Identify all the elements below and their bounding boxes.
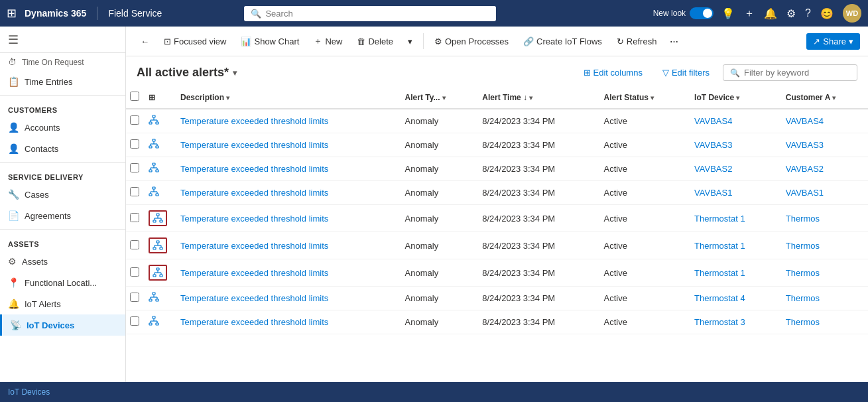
row-alert-time-cell: 8/24/2023 3:34 PM <box>474 232 595 259</box>
dropdown-button[interactable]: ▾ <box>401 33 419 50</box>
open-processes-button[interactable]: ⚙ Open Processes <box>428 33 515 50</box>
avatar[interactable]: WD <box>843 4 861 23</box>
user-icon[interactable]: 😊 <box>820 7 834 20</box>
row-alert-status: Active <box>604 214 627 224</box>
bottom-bar-link[interactable]: IoT Devices <box>8 387 50 397</box>
row-iot-device-link[interactable]: VAVBAS2 <box>694 164 732 174</box>
sidebar-label-agreements: Agreements <box>25 211 71 221</box>
row-customer-link[interactable]: VAVBAS2 <box>786 164 824 174</box>
sidebar-item-iot-devices[interactable]: 📡 IoT Devices <box>0 314 125 336</box>
refresh-button[interactable]: ↻ Refresh <box>610 33 664 50</box>
row-iot-device-link[interactable]: Thermostat 1 <box>694 268 745 278</box>
row-iot-device-link[interactable]: VAVBAS1 <box>694 188 732 198</box>
row-customer-link[interactable]: Thermos <box>786 241 820 251</box>
more-options-button[interactable]: ⋯ <box>664 32 683 50</box>
row-checkbox[interactable] <box>130 240 139 249</box>
sidebar-item-time-on-request[interactable]: ⏱ Time On Request <box>0 53 125 71</box>
row-checkbox[interactable] <box>130 163 139 172</box>
share-button[interactable]: ↗ Share ▾ <box>806 33 860 50</box>
search-input[interactable] <box>265 9 489 19</box>
row-icon-cell <box>146 181 172 205</box>
row-description-link[interactable]: Temperature exceeded threshold limits <box>180 214 328 224</box>
edit-filters-button[interactable]: ▽ Edit filters <box>656 64 716 81</box>
row-checkbox-cell <box>126 287 146 310</box>
row-customer-link[interactable]: VAVBAS3 <box>786 140 824 150</box>
sidebar-item-cases[interactable]: 🔧 Cases <box>0 184 125 205</box>
row-checkbox[interactable] <box>130 139 139 149</box>
sidebar-item-time-entries[interactable]: 📋 Time Entries <box>0 71 125 92</box>
header-customer[interactable]: Customer A ▾ <box>778 86 868 109</box>
row-description-cell: Temperature exceeded threshold limits <box>172 109 397 133</box>
sidebar-item-assets[interactable]: ⚙ Assets <box>0 251 125 272</box>
row-description-link[interactable]: Temperature exceeded threshold limits <box>180 293 328 303</box>
grid-icon[interactable]: ⊞ <box>7 6 17 21</box>
plus-icon[interactable]: ＋ <box>744 7 755 21</box>
row-customer-link[interactable]: VAVBAS1 <box>786 188 824 198</box>
search-bar[interactable]: 🔍 <box>244 6 496 21</box>
row-checkbox[interactable] <box>130 187 139 196</box>
row-description-link[interactable]: Temperature exceeded threshold limits <box>180 268 328 278</box>
header-iot-device[interactable]: IoT Device ▾ <box>686 86 778 109</box>
settings-icon[interactable]: ⚙ <box>786 7 796 20</box>
sidebar-label-iot-devices: IoT Devices <box>27 320 74 330</box>
row-iot-device-link[interactable]: Thermostat 3 <box>694 317 745 327</box>
header-alert-type[interactable]: Alert Ty... ▾ <box>397 86 475 109</box>
list-actions: ⊞ Edit columns ▽ Edit filters 🔍 <box>577 64 858 81</box>
row-icon <box>149 141 159 151</box>
sidebar-item-accounts[interactable]: 👤 Accounts <box>0 117 125 138</box>
row-customer-link[interactable]: Thermos <box>786 268 820 278</box>
row-customer-link[interactable]: Thermos <box>786 214 820 224</box>
row-checkbox[interactable] <box>130 316 139 326</box>
row-checkbox[interactable] <box>130 115 139 125</box>
create-iot-flows-button[interactable]: 🔗 Create IoT Flows <box>517 33 609 50</box>
row-customer-link[interactable]: Thermos <box>786 293 820 303</box>
new-button[interactable]: ＋ New <box>307 32 349 50</box>
delete-button[interactable]: 🗑 Delete <box>350 33 400 50</box>
row-iot-device-link[interactable]: VAVBAS4 <box>694 116 732 126</box>
header-alert-status[interactable]: Alert Status ▾ <box>596 86 687 109</box>
show-chart-button[interactable]: 📊 Show Chart <box>234 33 306 50</box>
hamburger-icon[interactable]: ☰ <box>8 33 19 47</box>
row-checkbox-cell <box>126 157 146 181</box>
row-description-link[interactable]: Temperature exceeded threshold limits <box>180 164 328 174</box>
sidebar-item-iot-alerts[interactable]: 🔔 IoT Alerts <box>0 293 125 314</box>
row-alert-status-cell: Active <box>596 109 687 133</box>
select-all-checkbox[interactable] <box>130 92 139 101</box>
row-alert-time: 8/24/2023 3:34 PM <box>482 188 555 198</box>
row-description-link[interactable]: Temperature exceeded threshold limits <box>180 140 328 150</box>
row-description-link[interactable]: Temperature exceeded threshold limits <box>180 241 328 251</box>
row-customer-link[interactable]: Thermos <box>786 317 820 327</box>
focused-view-button[interactable]: ⊡ Focused view <box>157 33 233 50</box>
bell-icon[interactable]: 🔔 <box>764 7 777 20</box>
list-title-chevron[interactable]: ▾ <box>233 68 237 78</box>
row-checkbox[interactable] <box>130 267 139 277</box>
row-customer-link[interactable]: VAVBAS4 <box>786 116 824 126</box>
row-checkbox[interactable] <box>130 213 139 222</box>
new-look-toggle[interactable] <box>690 7 713 19</box>
edit-filters-label: Edit filters <box>672 68 710 78</box>
row-description-link[interactable]: Temperature exceeded threshold limits <box>180 188 328 198</box>
row-description-link[interactable]: Temperature exceeded threshold limits <box>180 116 328 126</box>
sidebar-item-functional-locations[interactable]: 📍 Functional Locati... <box>0 272 125 293</box>
edit-columns-button[interactable]: ⊞ Edit columns <box>577 64 649 81</box>
row-description-link[interactable]: Temperature exceeded threshold limits <box>180 317 328 327</box>
filter-keyword-input[interactable] <box>744 68 850 78</box>
help-icon[interactable]: ? <box>805 7 811 19</box>
iot-devices-icon: 📡 <box>10 320 21 330</box>
row-iot-device-link[interactable]: Thermostat 4 <box>694 293 745 303</box>
row-alert-type-cell: Anomaly <box>397 133 475 157</box>
row-checkbox[interactable] <box>130 293 139 302</box>
lightbulb-icon[interactable]: 💡 <box>721 7 735 20</box>
sidebar-item-agreements[interactable]: 📄 Agreements <box>0 205 125 226</box>
row-description-cell: Temperature exceeded threshold limits <box>172 133 397 157</box>
header-alert-time[interactable]: Alert Time ↓ ▾ <box>474 86 595 109</box>
header-description[interactable]: Description ▾ <box>172 86 397 109</box>
row-iot-device-link[interactable]: VAVBAS3 <box>694 140 732 150</box>
row-description-cell: Temperature exceeded threshold limits <box>172 232 397 259</box>
back-button[interactable]: ← <box>134 33 156 50</box>
row-iot-device-link[interactable]: Thermostat 1 <box>694 241 745 251</box>
row-alert-time: 8/24/2023 3:34 PM <box>482 268 555 278</box>
row-iot-device-link[interactable]: Thermostat 1 <box>694 214 745 224</box>
filter-input-container: 🔍 <box>723 64 857 81</box>
sidebar-item-contacts[interactable]: 👤 Contacts <box>0 138 125 159</box>
